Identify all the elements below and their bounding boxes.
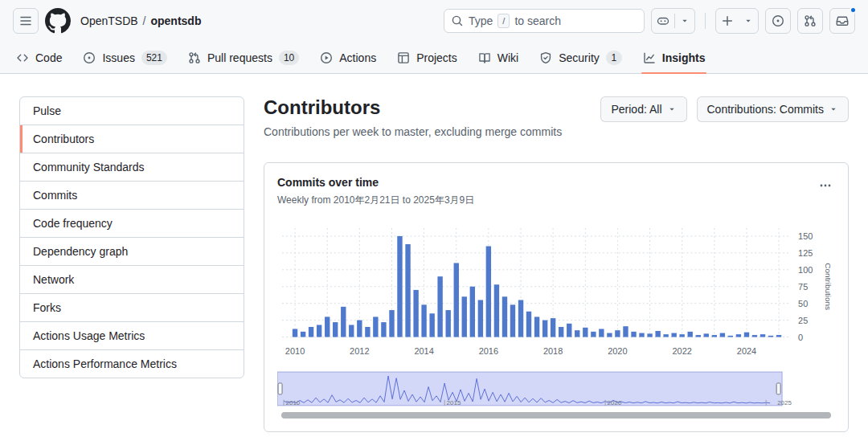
- sidebar-item-actions-usage-metrics[interactable]: Actions Usage Metrics: [20, 321, 244, 349]
- mark-github-icon: [45, 8, 71, 34]
- copilot-button[interactable]: [651, 8, 695, 34]
- horizontal-scrollbar[interactable]: [277, 412, 835, 419]
- breadcrumb: OpenTSDB / opentsdb: [80, 14, 201, 27]
- main-title-block: Contributors Contributions per week to m…: [264, 96, 562, 138]
- tab-label: Issues: [102, 51, 134, 64]
- svg-text:Contributions: Contributions: [824, 263, 833, 310]
- sidebar-item-community-standards[interactable]: Community Standards: [20, 153, 244, 181]
- three-bars-icon: [19, 14, 32, 27]
- period-dropdown-label: Period: All: [611, 103, 661, 116]
- tab-wiki[interactable]: Wiki: [472, 42, 525, 73]
- horizontal-scrollbar-thumb[interactable]: [281, 412, 831, 419]
- period-dropdown-button[interactable]: Period: All: [600, 96, 686, 122]
- sidebar-item-commits[interactable]: Commits: [20, 181, 244, 209]
- brush-minimap-chart[interactable]: 2010201520202025: [277, 370, 835, 407]
- svg-text:2010: 2010: [285, 346, 305, 356]
- notification-dot: [850, 6, 857, 14]
- tab-actions[interactable]: Actions: [313, 42, 383, 73]
- create-new-plus-area[interactable]: [716, 9, 739, 33]
- breadcrumb-repo-link[interactable]: opentsdb: [150, 14, 201, 27]
- book-icon: [478, 51, 491, 64]
- your-issues-button[interactable]: [765, 8, 791, 34]
- contributions-dropdown-button[interactable]: Contributions: Commits: [697, 96, 850, 122]
- code-icon: [16, 51, 29, 64]
- graph-icon: [643, 51, 656, 64]
- filter-buttons: Period: All Contributions: Commits: [600, 96, 849, 122]
- tab-label: Pull requests: [207, 51, 272, 64]
- chevron-down-icon: [680, 16, 690, 26]
- tab-label: Wiki: [497, 51, 518, 64]
- tab-security[interactable]: Security 1: [533, 42, 628, 73]
- sidebar-item-dependency-graph[interactable]: Dependency graph: [20, 237, 244, 265]
- tab-projects[interactable]: Projects: [391, 42, 464, 73]
- svg-text:25: 25: [798, 316, 808, 325]
- create-new-button[interactable]: [715, 8, 759, 34]
- svg-text:2018: 2018: [543, 346, 563, 356]
- copilot-icon: [657, 14, 669, 27]
- sidebar-item-contributors[interactable]: Contributors: [20, 125, 244, 153]
- copilot-icon-area[interactable]: [652, 9, 674, 33]
- tab-label: Actions: [339, 51, 376, 64]
- plus-icon: [721, 14, 734, 27]
- main-header: Contributors Contributions per week to m…: [264, 96, 849, 138]
- issue-opened-icon: [772, 14, 784, 27]
- breadcrumb-separator: /: [143, 14, 146, 27]
- card-subtitle: Weekly from 2010年2月21日 to 2025年3月9日: [277, 194, 474, 207]
- svg-text:2020: 2020: [608, 346, 627, 356]
- your-pull-requests-button[interactable]: [797, 8, 823, 34]
- inbox-icon: [836, 14, 849, 27]
- card-menu-button[interactable]: [816, 176, 835, 195]
- github-insights-page: OpenTSDB / opentsdb Type / to search: [0, 0, 868, 432]
- commits-bar-chart: 0255075100125150201020122014201620182020…: [277, 215, 835, 365]
- tab-label: Insights: [662, 51, 706, 64]
- chart-range-brush[interactable]: 2010201520202025: [277, 370, 835, 407]
- security-count-badge: 1: [606, 51, 622, 65]
- create-new-dropdown-area[interactable]: [739, 9, 758, 33]
- svg-text:2020: 2020: [608, 399, 622, 406]
- tab-label: Code: [35, 51, 62, 64]
- svg-text:2025: 2025: [777, 399, 792, 406]
- search-icon: [451, 14, 464, 27]
- breadcrumb-org-link[interactable]: OpenTSDB: [80, 14, 138, 27]
- git-pull-request-icon: [188, 51, 201, 64]
- svg-text:2014: 2014: [414, 346, 433, 356]
- svg-text:0: 0: [798, 333, 803, 342]
- svg-text:75: 75: [798, 282, 808, 292]
- svg-text:2010: 2010: [286, 399, 301, 406]
- contributions-dropdown-label: Contributions: Commits: [707, 103, 825, 116]
- search-input[interactable]: Type / to search: [444, 9, 645, 33]
- svg-text:2016: 2016: [479, 346, 498, 356]
- header: OpenTSDB / opentsdb Type / to search: [0, 0, 868, 42]
- sidebar-item-pulse[interactable]: Pulse: [20, 97, 244, 125]
- copilot-dropdown-area[interactable]: [675, 9, 694, 33]
- notifications-button[interactable]: [829, 8, 855, 34]
- chevron-down-icon: [743, 16, 753, 26]
- svg-text:2012: 2012: [350, 346, 369, 356]
- kebab-horizontal-icon: [819, 179, 832, 192]
- hamburger-menu-button[interactable]: [13, 8, 39, 34]
- issues-count-badge: 521: [141, 51, 167, 65]
- svg-text:150: 150: [798, 231, 813, 241]
- chevron-down-icon: [829, 104, 838, 114]
- page-subtitle: Contributions per week to master, exclud…: [264, 125, 562, 138]
- svg-text:100: 100: [798, 265, 813, 275]
- tab-insights[interactable]: Insights: [637, 42, 712, 73]
- main-panel: Contributors Contributions per week to m…: [264, 96, 849, 432]
- sidebar-item-network[interactable]: Network: [20, 265, 244, 293]
- search-placeholder-suffix: to search: [514, 14, 561, 27]
- svg-text:50: 50: [798, 299, 808, 308]
- slash-key-hint: /: [497, 14, 510, 28]
- sidebar-item-actions-performance-metrics[interactable]: Actions Performance Metrics: [20, 349, 244, 378]
- page-content: Pulse Contributors Community Standards C…: [0, 74, 868, 432]
- tab-issues[interactable]: Issues 521: [76, 42, 174, 73]
- issue-opened-icon: [83, 51, 96, 64]
- sidebar-item-forks[interactable]: Forks: [20, 293, 244, 321]
- insights-sidebar: Pulse Contributors Community Standards C…: [19, 96, 244, 378]
- tab-code[interactable]: Code: [10, 42, 68, 73]
- tab-pull-requests[interactable]: Pull requests 10: [182, 42, 305, 73]
- card-title-block: Commits over time Weekly from 2010年2月21日…: [277, 176, 474, 207]
- svg-text:2022: 2022: [672, 346, 691, 356]
- sidebar-item-code-frequency[interactable]: Code frequency: [20, 209, 244, 237]
- github-logo[interactable]: [45, 8, 71, 34]
- play-icon: [320, 51, 333, 64]
